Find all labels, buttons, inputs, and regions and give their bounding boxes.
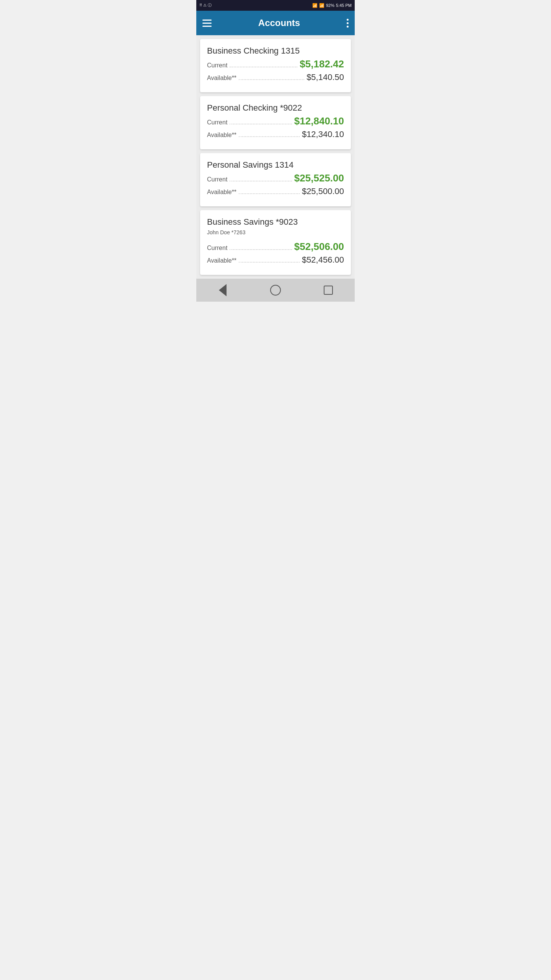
account-name: Personal Savings 1314 (207, 160, 344, 170)
current-balance-row: Current$52,506.00 (207, 241, 344, 253)
current-balance-row: Current$25,525.00 (207, 172, 344, 184)
back-icon (219, 284, 227, 296)
dotted-line (230, 249, 292, 250)
dotted-line (239, 79, 304, 80)
accounts-list: Business Checking 1315Current$5,182.42Av… (196, 35, 355, 279)
status-bar: ⠿ ⚠ ⓘ 📶 📶 92% 5:45 PM (196, 0, 355, 11)
available-amount: $12,340.10 (302, 129, 344, 139)
available-balance-row: Available**$52,456.00 (207, 255, 344, 265)
toolbar: Accounts (196, 11, 355, 35)
available-balance-row: Available**$12,340.10 (207, 129, 344, 139)
account-name: Business Savings *9023 (207, 217, 344, 227)
bottom-nav (196, 279, 355, 302)
dotted-line (239, 193, 300, 194)
current-label: Current (207, 62, 227, 69)
current-label: Current (207, 119, 227, 126)
back-button[interactable] (213, 281, 232, 300)
current-balance-row: Current$12,840.10 (207, 115, 344, 127)
time-text: 5:45 PM (336, 3, 352, 8)
dotted-line (230, 181, 292, 181)
account-card-1[interactable]: Business Checking 1315Current$5,182.42Av… (200, 39, 351, 92)
current-amount: $25,525.00 (294, 172, 344, 184)
current-amount: $5,182.42 (300, 58, 344, 70)
status-left: ⠿ ⚠ ⓘ (199, 3, 212, 8)
app-icons: ⠿ ⚠ ⓘ (199, 3, 212, 8)
available-label: Available** (207, 75, 236, 82)
recents-button[interactable] (319, 281, 338, 300)
dotted-line (239, 136, 300, 137)
home-button[interactable] (266, 281, 285, 300)
page-title: Accounts (258, 18, 300, 28)
current-label: Current (207, 176, 227, 183)
current-label: Current (207, 245, 227, 252)
wifi-icon: 📶 (319, 3, 324, 8)
hamburger-menu-button[interactable] (202, 20, 212, 27)
account-subtitle: John Doe *7263 (207, 229, 344, 235)
status-right: 📶 📶 92% 5:45 PM (312, 3, 352, 8)
home-icon (270, 285, 281, 296)
available-amount: $25,500.00 (302, 186, 344, 196)
battery-text: 92% (326, 3, 334, 8)
account-name: Business Checking 1315 (207, 46, 344, 56)
available-balance-row: Available**$5,140.50 (207, 72, 344, 82)
current-amount: $12,840.10 (294, 115, 344, 127)
available-label: Available** (207, 132, 236, 139)
current-balance-row: Current$5,182.42 (207, 58, 344, 70)
recents-icon (324, 286, 333, 295)
account-name: Personal Checking *9022 (207, 103, 344, 113)
dotted-line (230, 124, 292, 124)
available-amount: $52,456.00 (302, 255, 344, 265)
account-card-3[interactable]: Personal Savings 1314Current$25,525.00Av… (200, 153, 351, 206)
account-card-2[interactable]: Personal Checking *9022Current$12,840.10… (200, 96, 351, 149)
available-amount: $5,140.50 (306, 72, 344, 82)
more-options-button[interactable] (347, 19, 349, 28)
current-amount: $52,506.00 (294, 241, 344, 253)
available-label: Available** (207, 189, 236, 196)
account-card-4[interactable]: Business Savings *9023John Doe *7263Curr… (200, 210, 351, 275)
bluetooth-icon: 📶 (312, 3, 318, 8)
dotted-line (230, 67, 297, 67)
dotted-line (239, 262, 300, 263)
available-balance-row: Available**$25,500.00 (207, 186, 344, 196)
available-label: Available** (207, 257, 236, 264)
